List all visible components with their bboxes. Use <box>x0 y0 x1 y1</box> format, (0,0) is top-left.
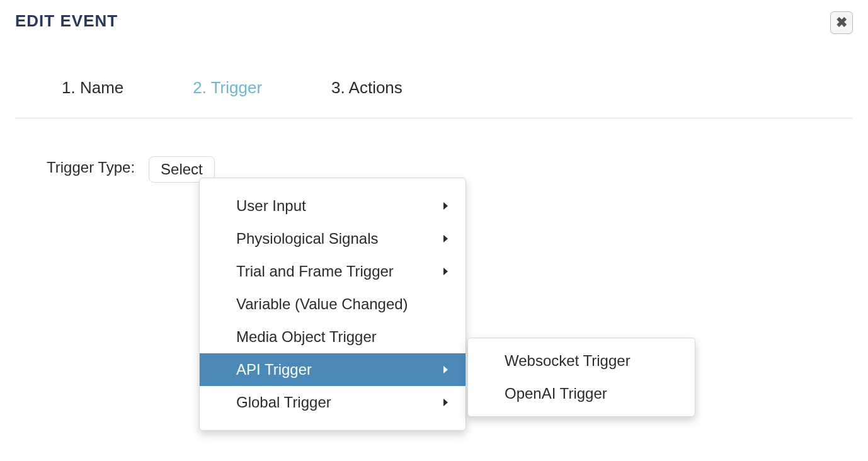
submenu-item-websocket-trigger[interactable]: Websocket Trigger <box>468 344 695 377</box>
dropdown-item-user-input[interactable]: User Input <box>200 190 465 222</box>
tab-name[interactable]: 1. Name <box>62 78 123 98</box>
close-button[interactable]: ✖ <box>830 11 853 34</box>
close-icon: ✖ <box>836 14 847 31</box>
trigger-type-dropdown: User Input Physiological Signals Trial a… <box>199 178 466 431</box>
page-title: EDIT EVENT <box>15 11 118 31</box>
dropdown-item-trial-frame-trigger[interactable]: Trial and Frame Trigger <box>200 255 465 288</box>
dropdown-item-label: Media Object Trigger <box>236 328 377 346</box>
tab-actions[interactable]: 3. Actions <box>331 78 403 98</box>
dropdown-item-label: Variable (Value Changed) <box>236 295 408 313</box>
chevron-right-icon <box>443 366 448 373</box>
dropdown-item-label: Global Trigger <box>236 394 331 411</box>
dropdown-item-global-trigger[interactable]: Global Trigger <box>200 386 465 419</box>
submenu-item-label: OpenAI Trigger <box>505 385 607 402</box>
tab-trigger[interactable]: 2. Trigger <box>193 78 262 98</box>
chevron-right-icon <box>443 268 448 275</box>
api-trigger-submenu: Websocket Trigger OpenAI Trigger <box>467 338 695 417</box>
chevron-right-icon <box>443 399 448 406</box>
trigger-type-label: Trigger Type: <box>47 156 135 176</box>
dropdown-item-physiological-signals[interactable]: Physiological Signals <box>200 222 465 255</box>
dropdown-item-label: API Trigger <box>236 361 312 378</box>
submenu-item-openai-trigger[interactable]: OpenAI Trigger <box>468 377 695 410</box>
dropdown-item-label: Physiological Signals <box>236 230 378 248</box>
dropdown-item-label: User Input <box>236 197 306 215</box>
dropdown-item-api-trigger[interactable]: API Trigger <box>200 353 465 386</box>
dropdown-item-label: Trial and Frame Trigger <box>236 263 394 280</box>
chevron-right-icon <box>443 202 448 210</box>
chevron-right-icon <box>443 235 448 242</box>
wizard-tabs: 1. Name 2. Trigger 3. Actions <box>15 34 853 118</box>
dropdown-item-media-object-trigger[interactable]: Media Object Trigger <box>200 321 465 353</box>
dropdown-item-variable-value-changed[interactable]: Variable (Value Changed) <box>200 288 465 321</box>
submenu-item-label: Websocket Trigger <box>505 352 631 370</box>
